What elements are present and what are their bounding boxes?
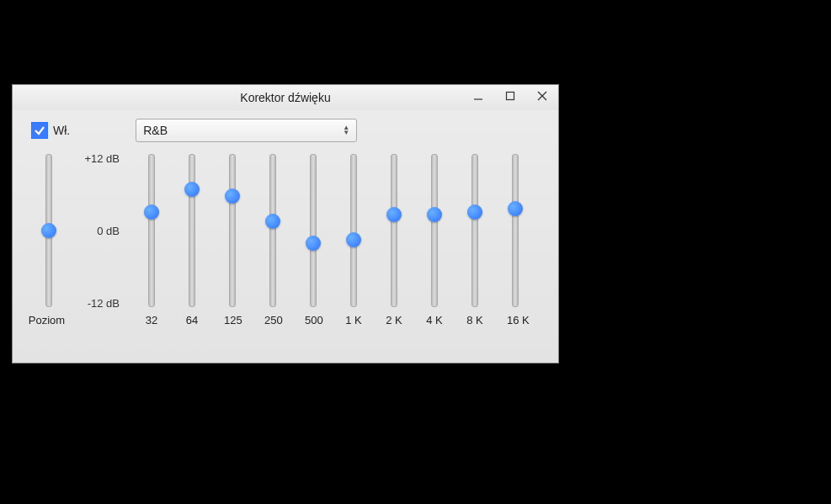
band-column: 64 — [184, 154, 200, 326]
band-label: 16 K — [507, 314, 524, 326]
band-label: 500 — [305, 314, 322, 326]
close-button[interactable] — [530, 87, 555, 105]
bracket-bands — [143, 438, 535, 451]
on-label: Wł. — [53, 124, 70, 137]
minimize-button[interactable] — [466, 87, 491, 105]
band-slider[interactable] — [148, 154, 155, 307]
preset-select[interactable]: R&B ▲▼ — [136, 119, 357, 142]
band-label: 8 K — [466, 314, 483, 326]
window-title: Korektor dźwięku — [240, 91, 330, 104]
band-thumb[interactable] — [346, 232, 361, 247]
band-column: 1 K — [345, 154, 362, 326]
band-thumb[interactable] — [225, 188, 240, 204]
on-checkbox[interactable] — [31, 122, 48, 139]
band-thumb[interactable] — [144, 204, 159, 220]
band-column: 4 K — [426, 154, 443, 326]
band-thumb[interactable] — [508, 201, 523, 216]
band-label: 32 — [143, 314, 160, 326]
preamp-slider[interactable] — [45, 154, 52, 307]
band-thumb[interactable] — [467, 204, 482, 220]
preset-value: R&B — [143, 124, 168, 137]
band-slider[interactable] — [512, 154, 519, 307]
band-thumb[interactable] — [184, 182, 200, 197]
band-column: 2 K — [386, 154, 402, 326]
band-thumb[interactable] — [306, 236, 321, 251]
band-column: 8 K — [466, 154, 483, 326]
equalizer-window: Korektor dźwięku Wł. R&B ▲▼ +12 dB — [12, 84, 559, 363]
band-slider[interactable] — [471, 154, 478, 307]
callout-line-preamp — [48, 441, 50, 504]
db-mid: 0 dB — [97, 225, 120, 237]
preamp-label: Poziom — [22, 314, 72, 326]
band-label: 250 — [264, 314, 281, 326]
maximize-button[interactable] — [498, 87, 523, 105]
band-column: 500 — [305, 154, 322, 326]
band-column: 32 — [143, 154, 160, 326]
band-column: 250 — [264, 154, 281, 326]
preamp-column: Poziom — [25, 154, 72, 326]
svg-rect-1 — [507, 93, 514, 100]
band-label: 125 — [224, 314, 241, 326]
band-column: 125 — [224, 154, 241, 326]
band-slider[interactable] — [350, 154, 357, 307]
band-slider[interactable] — [391, 154, 397, 307]
titlebar: Korektor dźwięku — [13, 85, 558, 110]
band-thumb[interactable] — [386, 207, 402, 222]
band-thumb[interactable] — [427, 207, 442, 222]
band-slider[interactable] — [229, 154, 236, 307]
callout-line-bands — [337, 449, 338, 504]
band-label: 2 K — [386, 314, 402, 326]
band-thumb[interactable] — [265, 214, 280, 229]
db-min: -12 dB — [88, 297, 120, 310]
band-slider[interactable] — [189, 154, 195, 307]
window-controls — [466, 87, 555, 105]
preamp-thumb[interactable] — [41, 223, 56, 238]
band-label: 4 K — [426, 314, 443, 326]
db-max: +12 dB — [84, 152, 120, 165]
band-slider[interactable] — [269, 154, 276, 307]
equalizer-area: +12 dB 0 dB -12 dB Poziom 32641252505001… — [13, 147, 558, 358]
band-label: 1 K — [345, 314, 362, 326]
band-slider[interactable] — [431, 154, 438, 307]
band-slider[interactable] — [310, 154, 317, 307]
chevron-updown-icon: ▲▼ — [343, 125, 349, 135]
band-column: 16 K — [507, 154, 524, 326]
callout-line-sliders — [539, 306, 674, 308]
bands-row: 32641252505001 K2 K4 K8 K16 K — [143, 154, 524, 326]
controls-row: Wł. R&B ▲▼ — [13, 110, 558, 147]
band-label: 64 — [184, 314, 200, 326]
